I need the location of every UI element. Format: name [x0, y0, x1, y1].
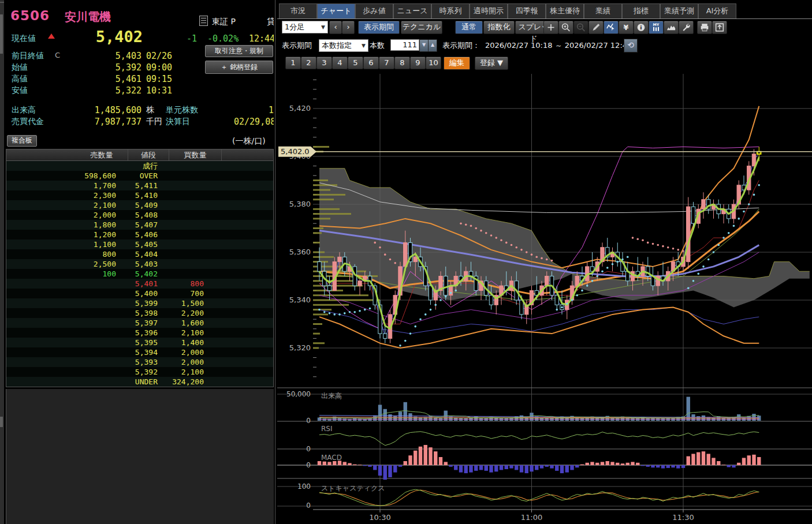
- chart-page-8-button[interactable]: 8: [394, 57, 410, 69]
- zoom-in-icon[interactable]: [558, 21, 573, 34]
- count-increment-button[interactable]: ▲: [428, 39, 437, 52]
- sell-qty: 1,800: [6, 220, 116, 230]
- price-chart[interactable]: 5,4205,4005,3805,3605,3405,32010:3011:00…: [277, 70, 812, 524]
- order-book-row[interactable]: 598,600OVER: [6, 171, 273, 181]
- chart-page-4-button[interactable]: 4: [332, 57, 348, 69]
- my-chart-icon[interactable]: MY: [649, 21, 664, 34]
- order-book-row[interactable]: 2,1005,409: [6, 200, 273, 210]
- chart-page-5-button[interactable]: 5: [348, 57, 363, 69]
- chart-page-3-button[interactable]: 3: [316, 57, 332, 69]
- add-watchlist-button[interactable]: ＋ 銘柄登録: [205, 61, 273, 74]
- order-book-row[interactable]: 1,7005,411: [6, 181, 273, 190]
- order-book-row[interactable]: 1,1005,405: [6, 239, 273, 249]
- order-book-row[interactable]: 5,3922,100: [6, 367, 273, 377]
- chart-page-10-button[interactable]: 10: [426, 57, 441, 69]
- field-label: 安値: [12, 85, 28, 96]
- range-value: 2026/02/27 10:18 ～ 2026/02/27 12:44: [485, 40, 632, 51]
- tab-9[interactable]: 指標: [622, 3, 660, 18]
- order-book-row[interactable]: 5,3951,400: [6, 338, 273, 347]
- tab-11[interactable]: AI分析: [698, 3, 736, 18]
- count-decrement-button[interactable]: ▼: [419, 39, 429, 52]
- zoom-out-icon[interactable]: [573, 21, 588, 34]
- pencil-icon[interactable]: [588, 21, 604, 34]
- tab-6[interactable]: 四季報: [508, 3, 546, 18]
- chart-page-1-button[interactable]: 1: [285, 57, 301, 69]
- tab-2[interactable]: 歩み値: [355, 3, 393, 18]
- mountain-chart-icon[interactable]: [664, 21, 679, 34]
- price-level: UNDER: [116, 377, 158, 387]
- plus-icon[interactable]: [543, 21, 558, 34]
- order-book-row[interactable]: 1005,402: [6, 269, 273, 279]
- order-book-row[interactable]: 2,0005,408: [6, 210, 273, 220]
- sell-qty: 2,000: [6, 210, 116, 220]
- panel-divider[interactable]: [275, 0, 275, 524]
- tab-10[interactable]: 業績予測: [660, 3, 698, 18]
- tab-4[interactable]: 時系列: [431, 3, 470, 18]
- settlement-label: 決算日: [166, 117, 190, 127]
- order-book-row[interactable]: 5,3971,600: [6, 318, 273, 328]
- price-level: 5,398: [116, 308, 158, 318]
- register-dropdown-button[interactable]: 登録 ▼: [475, 57, 508, 70]
- count-mode-select[interactable]: 本数指定▼: [319, 39, 368, 52]
- next-button[interactable]: ›: [342, 21, 355, 34]
- order-book-row[interactable]: 2,5005,403: [6, 259, 273, 269]
- chart-page-6-button[interactable]: 6: [363, 57, 379, 69]
- svg-text:0: 0: [306, 461, 311, 469]
- tab-bar: 市況チャート歩み値ニュース時系列適時開示四季報株主優待業績指標業績予測AI分析: [277, 3, 812, 19]
- order-book-row[interactable]: 1,2005,406: [6, 230, 273, 239]
- sell-qty: 1,100: [6, 239, 116, 249]
- normal-mode-button[interactable]: 通常: [455, 21, 483, 34]
- tab-3[interactable]: ニュース: [393, 3, 431, 18]
- yen-icon[interactable]: ¥: [619, 21, 634, 34]
- price-level: 5,409: [116, 200, 158, 210]
- document-icon[interactable]: [199, 16, 208, 26]
- count-input[interactable]: 111: [390, 39, 419, 51]
- price-level: 5,397: [116, 318, 158, 328]
- printer-icon[interactable]: [697, 21, 712, 34]
- order-book-row[interactable]: 5,3932,000: [6, 357, 273, 367]
- chart-page-9-button[interactable]: 9: [410, 57, 426, 69]
- chart-page-7-button[interactable]: 7: [379, 57, 394, 69]
- edit-button[interactable]: 編集: [444, 57, 470, 70]
- indexed-mode-button[interactable]: 指数化: [483, 21, 515, 34]
- order-book-row[interactable]: 5,3962,100: [6, 328, 273, 338]
- chart-cursor-icon[interactable]: [604, 21, 619, 34]
- wrench-icon[interactable]: [679, 21, 694, 34]
- tab-5[interactable]: 適時開示: [470, 3, 508, 18]
- order-book-row[interactable]: 8005,404: [6, 249, 273, 259]
- display-period-button[interactable]: 表示期間: [358, 21, 400, 34]
- unit-shares-label: 単元株数: [166, 105, 198, 115]
- order-book-row[interactable]: 5,401800: [6, 279, 273, 289]
- order-book-row[interactable]: 成行: [6, 161, 273, 171]
- composite-board-button[interactable]: 複合板: [7, 135, 37, 147]
- tab-1[interactable]: チャート: [317, 3, 355, 18]
- trade-caution-button[interactable]: 取引注意・規制: [205, 45, 273, 57]
- splitter-handle[interactable]: [0, 417, 3, 427]
- tab-7[interactable]: 株主優待: [546, 3, 584, 18]
- buy-qty: 1,600: [158, 318, 204, 328]
- order-book-row[interactable]: 5,3991,500: [6, 298, 273, 308]
- order-book-row[interactable]: 5,400700: [6, 289, 273, 298]
- technical-button[interactable]: テクニカル: [401, 21, 442, 34]
- splitter-handle[interactable]: [0, 14, 3, 54]
- buy-qty: 800: [158, 279, 204, 289]
- order-book-row[interactable]: 5,3942,000: [6, 347, 273, 357]
- buy-qty: [158, 269, 204, 279]
- buy-qty: [158, 190, 204, 200]
- unit-shares-value: 1: [269, 105, 274, 115]
- svg-text:MY: MY: [653, 23, 660, 27]
- chart-page-2-button[interactable]: 2: [301, 57, 316, 69]
- interval-select[interactable]: 1分足▼: [282, 21, 328, 33]
- buy-qty: [158, 200, 204, 210]
- tab-0[interactable]: 市況: [279, 3, 317, 18]
- popup-icon[interactable]: [712, 21, 727, 34]
- order-book-row[interactable]: 2,3005,410: [6, 190, 273, 200]
- tab-8[interactable]: 業績: [584, 3, 622, 18]
- order-book-row[interactable]: UNDER324,200: [6, 377, 273, 387]
- reset-range-button[interactable]: ⟲: [624, 39, 638, 53]
- order-book-row[interactable]: 1,8005,407: [6, 220, 273, 230]
- info-icon[interactable]: i: [634, 21, 649, 34]
- price-time: 12:44: [249, 33, 274, 44]
- order-book-row[interactable]: 5,3982,200: [6, 308, 273, 318]
- prev-button[interactable]: ‹: [329, 21, 342, 34]
